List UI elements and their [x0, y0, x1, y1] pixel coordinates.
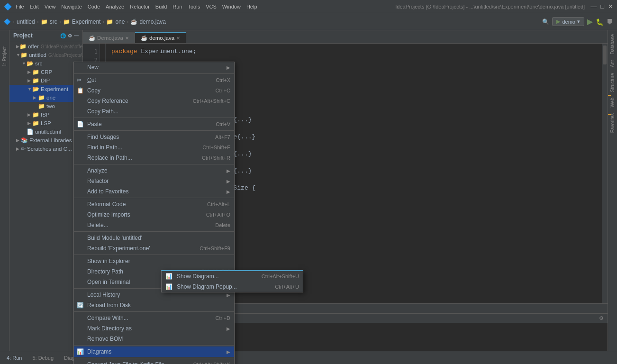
cm-convert-kotlin[interactable]: Convert Java File to Kotlin File Ctrl+Al…: [74, 359, 234, 364]
bottom-tab-run[interactable]: 4: Run: [2, 354, 27, 362]
sidebar-item-untitled[interactable]: ▼ 📁 untitled G:\IdeaProjects\untitled: [9, 51, 82, 59]
breadcrumb-experiment[interactable]: 📁: [63, 18, 70, 25]
minimize-button[interactable]: —: [590, 3, 597, 10]
context-menu: New ▶ ✂ Cut Ctrl+X 📋 Copy Ctrl+C Copy Re…: [73, 62, 235, 364]
cm-find-in-path[interactable]: Find in Path... Ctrl+Shift+F: [74, 142, 234, 153]
breadcrumb-app[interactable]: 🔷: [4, 18, 11, 25]
web-tab[interactable]: Web: [609, 96, 616, 109]
diagrams-submenu: 📊 Show Diagram... Ctrl+Alt+Shift+U 📊 Sho…: [161, 270, 303, 292]
cm-sep-1: [74, 73, 234, 74]
library-icon: 📚: [21, 137, 28, 144]
breadcrumb-src-label[interactable]: src: [50, 18, 57, 25]
menu-code[interactable]: Code: [88, 4, 100, 9]
menu-window[interactable]: Window: [222, 4, 241, 9]
cm-delete[interactable]: Delete... Delete: [74, 220, 234, 230]
tab-close-1[interactable]: ✕: [176, 36, 180, 41]
sidebar-iml-label: untitled.iml: [35, 129, 61, 135]
sidebar-item-experiment[interactable]: ▼ 📂 Experiment: [9, 85, 82, 93]
cm-reformat[interactable]: Reformat Code Ctrl+Alt+L: [74, 199, 234, 209]
cm-build-module[interactable]: Build Module 'untitled': [74, 233, 234, 243]
cm-show-in-explorer[interactable]: Show in Explorer: [74, 256, 234, 266]
sidebar-settings-icon[interactable]: ⚙: [68, 33, 72, 38]
editor-scrollbar[interactable]: [602, 44, 608, 303]
cm-mark-directory[interactable]: Mark Directory as ▶: [74, 323, 234, 334]
search-everywhere-icon[interactable]: 🔍: [542, 18, 549, 25]
menu-view[interactable]: View: [45, 4, 56, 9]
sidebar-item-dip[interactable]: ▶ 📁 DIP: [9, 76, 82, 85]
menu-tools[interactable]: Tools: [188, 4, 200, 9]
cm-new[interactable]: New ▶: [74, 62, 234, 73]
cm-analyze[interactable]: Analyze ▶: [74, 165, 234, 176]
cm-reload-disk[interactable]: 🔄 Reload from Disk: [74, 300, 234, 310]
cm-optimize-imports[interactable]: Optimize Imports Ctrl+Alt+O: [74, 209, 234, 220]
menu-file[interactable]: File: [16, 4, 24, 9]
app-icon: 🔷: [4, 3, 12, 10]
project-tab[interactable]: 1: Project: [2, 45, 7, 68]
menu-vcs[interactable]: VCS: [206, 4, 217, 9]
cm-replace-in-path[interactable]: Replace in Path... Ctrl+Shift+R: [74, 153, 234, 163]
menu-edit[interactable]: Edit: [30, 4, 39, 9]
cm-refactor[interactable]: Refactor ▶: [74, 176, 234, 186]
sidebar-item-external[interactable]: ▶ 📚 External Libraries: [9, 136, 82, 145]
run-button[interactable]: ▶: [587, 17, 593, 26]
breadcrumb-project[interactable]: untitled: [17, 18, 35, 25]
cm-copy[interactable]: 📋 Copy Ctrl+C: [74, 85, 234, 96]
tab-demo-java[interactable]: ☕ demo.java ✕: [135, 32, 186, 43]
sidebar-item-isp[interactable]: ▶ 📁 ISP: [9, 110, 82, 119]
sidebar-item-scratches[interactable]: ▶ ✏ Scratches and C...: [9, 145, 82, 153]
cm-copy-path[interactable]: Copy Path...: [74, 106, 234, 117]
cm-compare-with[interactable]: Compare With... Ctrl+D: [74, 313, 234, 323]
breadcrumb-src[interactable]: 📁: [41, 18, 48, 25]
sidebar-scope-icon[interactable]: 🌐: [60, 33, 66, 38]
cm-copy-icon: 📋: [77, 87, 85, 94]
cm-sep-9: [74, 311, 234, 312]
breadcrumb-experiment-label[interactable]: Experiment: [72, 18, 101, 25]
cm-remove-bom[interactable]: Remove BOM: [74, 334, 234, 344]
cm-paste[interactable]: 📄 Paste Ctrl+V: [74, 119, 234, 129]
run-config[interactable]: ▶ demo ▾: [552, 17, 584, 26]
sub-show-diagram[interactable]: 📊 Show Diagram... Ctrl+Alt+Shift+U: [162, 271, 303, 282]
sidebar-item-src[interactable]: ▼ 📂 src: [9, 59, 82, 68]
breadcrumb-one[interactable]: 📁: [106, 18, 113, 25]
cm-sep-4: [74, 164, 234, 164]
sidebar-item-iml[interactable]: 📄 untitled.iml: [9, 127, 82, 136]
sidebar-untitled-label: untitled: [29, 52, 46, 58]
sidebar-two-label: two: [46, 103, 55, 109]
database-tab[interactable]: Database: [609, 32, 616, 56]
folder-icon: 📂: [32, 86, 39, 92]
sub-show-diagram-popup[interactable]: 📊 Show Diagram Popup... Ctrl+Alt+U: [162, 282, 303, 292]
cm-find-usages[interactable]: Find Usages Alt+F7: [74, 132, 234, 142]
cm-cut[interactable]: ✂ Cut Ctrl+X: [74, 75, 234, 85]
tab-close-0[interactable]: ✕: [125, 36, 129, 41]
sidebar-item-two[interactable]: 📁 two: [9, 102, 82, 110]
cm-diagrams[interactable]: 📊 Diagrams ▶: [74, 346, 234, 357]
sidebar-item-crp[interactable]: ▶ 📁 CRP: [9, 68, 82, 76]
breadcrumb: 🔷 › untitled › 📁 src › 📁 Experiment › 📁 …: [4, 18, 166, 25]
menu-build[interactable]: Build: [155, 4, 167, 9]
menu-run[interactable]: Run: [172, 4, 182, 9]
sidebar-item-one[interactable]: ▶ 📁 one: [9, 93, 82, 102]
tab-demo-java-caps[interactable]: ☕ Demo.java ✕: [83, 32, 135, 43]
close-button[interactable]: ✕: [608, 3, 613, 10]
run-settings-icon[interactable]: ⚙: [599, 315, 604, 321]
menu-refactor[interactable]: Refactor: [130, 4, 150, 9]
sidebar-external-label: External Libraries: [29, 137, 72, 143]
menu-help[interactable]: Help: [246, 4, 257, 9]
ant-tab[interactable]: Ant: [609, 58, 616, 69]
run-with-coverage-button[interactable]: ⛊: [607, 18, 613, 26]
cm-copy-reference[interactable]: Copy Reference Ctrl+Alt+Shift+C: [74, 96, 234, 106]
favorites-tab[interactable]: Favorites: [609, 111, 616, 135]
debug-button[interactable]: 🐛: [596, 18, 604, 26]
cm-add-to-favorites[interactable]: Add to Favorites ▶: [74, 186, 234, 197]
sidebar-item-offer[interactable]: ▶ 📁 offer G:\IdeaProjects\offer: [9, 42, 82, 51]
sidebar-collapse-icon[interactable]: —: [74, 33, 79, 38]
bottom-tab-debug[interactable]: 5: Debug: [27, 354, 58, 362]
breadcrumb-one-label[interactable]: one: [115, 18, 125, 25]
menu-navigate[interactable]: Navigate: [61, 4, 82, 9]
menu-analyze[interactable]: Analyze: [106, 4, 124, 9]
breadcrumb-file[interactable]: demo.java: [139, 18, 165, 25]
sidebar-item-lsp[interactable]: ▶ 📁 LSP: [9, 119, 82, 127]
structure-tab[interactable]: Structure: [609, 71, 616, 94]
maximize-button[interactable]: □: [600, 3, 604, 10]
cm-rebuild[interactable]: Rebuild 'Experiment.one' Ctrl+Shift+F9: [74, 243, 234, 254]
